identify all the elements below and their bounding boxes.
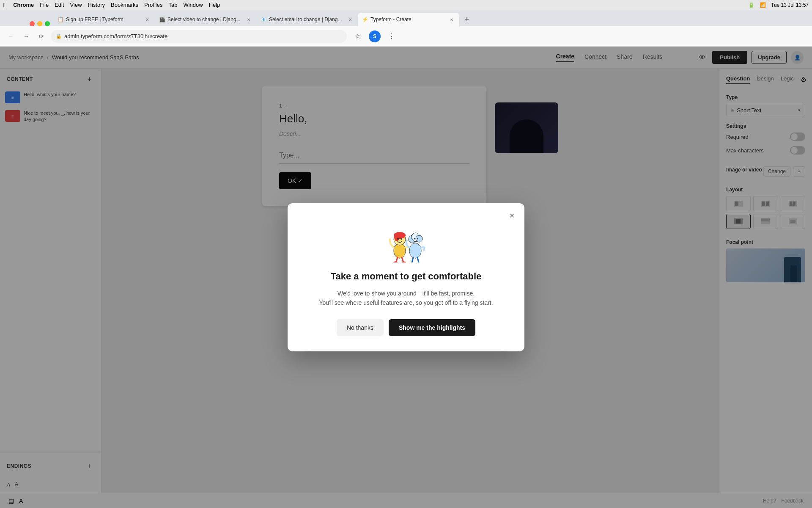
maximize-window-btn[interactable] — [45, 21, 50, 26]
svg-point-23 — [409, 243, 421, 258]
show-highlights-button[interactable]: Show me the highlights — [389, 319, 475, 336]
tab-typeform-favicon: ⚡ — [362, 17, 368, 22]
tab-signup-favicon: 📋 — [58, 17, 63, 22]
svg-point-19 — [397, 238, 399, 240]
tab-typeform-close[interactable]: ✕ — [448, 16, 455, 23]
tab-video-close[interactable]: ✕ — [245, 16, 252, 23]
help-menu-item[interactable]: Help — [209, 2, 220, 8]
modal-title: Take a moment to get comfortable — [331, 271, 482, 282]
wifi-icon: 📶 — [760, 2, 766, 8]
svg-point-18 — [394, 233, 399, 241]
svg-point-22 — [402, 261, 406, 262]
new-tab-button[interactable]: + — [461, 14, 473, 25]
clock: Tue 13 Jul 13:57 — [771, 2, 809, 8]
tab-signup[interactable]: 📋 Sign up FREE | Typeform ✕ — [53, 13, 155, 26]
no-thanks-button[interactable]: No thanks — [337, 319, 384, 336]
tab-email-close[interactable]: ✕ — [347, 16, 354, 23]
modal-close-button[interactable]: ✕ — [506, 210, 518, 222]
modal-actions: No thanks Show me the highlights — [337, 319, 475, 336]
menu-bar:  Chrome File Edit View History Bookmark… — [0, 0, 812, 10]
menu-bar-left:  Chrome File Edit View History Bookmark… — [3, 2, 220, 8]
svg-point-26 — [416, 235, 422, 242]
tab-signup-close[interactable]: ✕ — [144, 16, 151, 23]
bookmarks-menu-item[interactable]: Bookmarks — [111, 2, 138, 8]
modal-desc-line2: You'll see where useful features are, so… — [319, 299, 493, 306]
window-menu-item[interactable]: Window — [183, 2, 203, 8]
chrome-menu-item[interactable]: Chrome — [13, 2, 34, 8]
edit-menu-item[interactable]: Edit — [55, 2, 64, 8]
modal-desc-line1: We'd love to show you around—it'll be fa… — [337, 290, 475, 297]
battery-icon: 🔋 — [748, 2, 754, 8]
onboarding-modal: ✕ — [288, 203, 524, 352]
menu-bar-right: 🔋 📶 Tue 13 Jul 13:57 — [748, 2, 809, 8]
tab-video[interactable]: 🎬 Select video to change | Djang... ✕ — [155, 13, 256, 26]
address-bar: ← → ⟳ 🔒 admin.typeform.com/form/z7T30lhu… — [0, 26, 812, 47]
profiles-menu-item[interactable]: Profiles — [144, 2, 162, 8]
tab-typeform-title: Typeform - Create — [370, 17, 446, 22]
modal-overlay[interactable]: ✕ — [0, 47, 812, 508]
tab-typeform[interactable]: ⚡ Typeform - Create ✕ — [358, 13, 459, 26]
url-bar[interactable]: 🔒 admin.typeform.com/form/z7T30lhu/creat… — [51, 30, 347, 43]
app: My workspace / Would you recommend SaaS … — [0, 47, 812, 508]
bookmark-button[interactable]: ☆ — [352, 30, 364, 42]
profile-button[interactable]: S — [369, 30, 381, 42]
tab-video-favicon: 🎬 — [159, 17, 165, 22]
tab-email[interactable]: 📧 Select email to change | Djang... ✕ — [256, 13, 358, 26]
close-window-btn[interactable] — [30, 21, 35, 26]
svg-point-20 — [401, 238, 402, 240]
url-text: admin.typeform.com/form/z7T30lhu/create — [64, 33, 167, 39]
svg-point-27 — [414, 238, 415, 239]
lock-icon: 🔒 — [56, 33, 62, 39]
svg-point-21 — [393, 261, 398, 262]
tab-email-title: Select email to change | Djang... — [269, 17, 344, 22]
view-menu-item[interactable]: View — [70, 2, 82, 8]
tab-bar: 📋 Sign up FREE | Typeform ✕ 🎬 Select vid… — [0, 10, 812, 26]
back-button[interactable]: ← — [5, 30, 17, 42]
apple-menu[interactable]:  — [3, 2, 5, 8]
svg-point-28 — [417, 238, 418, 239]
minimize-window-btn[interactable] — [37, 21, 42, 26]
tab-menu-item[interactable]: Tab — [168, 2, 177, 8]
forward-button[interactable]: → — [20, 30, 32, 42]
tab-email-favicon: 📧 — [261, 17, 266, 22]
window-controls — [30, 21, 50, 26]
history-menu-item[interactable]: History — [88, 2, 105, 8]
tab-video-title: Select video to change | Djang... — [167, 17, 243, 22]
modal-illustration — [381, 220, 431, 262]
modal-description: We'd love to show you around—it'll be fa… — [319, 289, 493, 308]
tab-signup-title: Sign up FREE | Typeform — [66, 17, 141, 22]
file-menu-item[interactable]: File — [40, 2, 49, 8]
chrome-menu-button[interactable]: ⋮ — [386, 30, 398, 42]
reload-button[interactable]: ⟳ — [36, 30, 47, 42]
